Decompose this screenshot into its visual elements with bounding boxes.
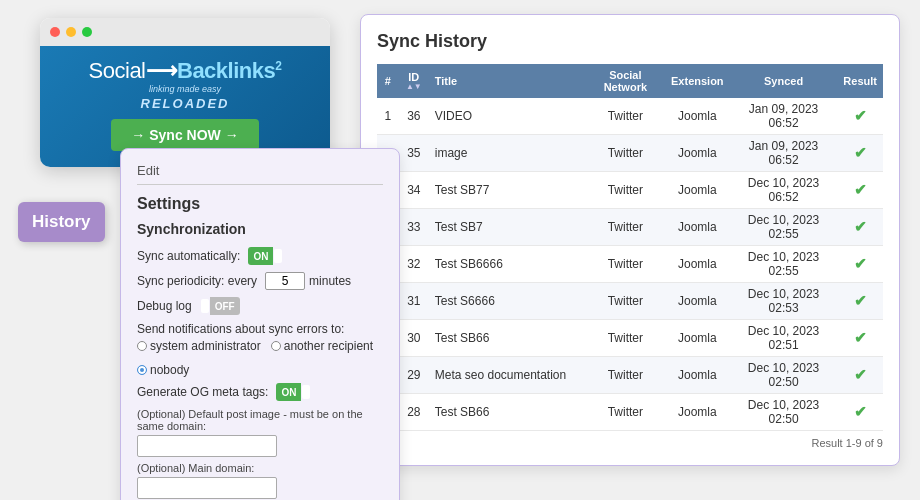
check-icon: ✔ bbox=[854, 107, 867, 124]
cell-extension: Joomla bbox=[665, 209, 730, 246]
check-icon: ✔ bbox=[854, 329, 867, 346]
cell-synced: Dec 10, 2023 02:55 bbox=[730, 209, 838, 246]
cell-id: 28 bbox=[399, 394, 429, 431]
main-domain-input[interactable] bbox=[137, 477, 277, 499]
cell-social: Twitter bbox=[586, 357, 665, 394]
og-tags-row: Generate OG meta tags: ON bbox=[137, 383, 383, 401]
plugin-subtitle: Reloaded bbox=[56, 96, 314, 111]
col-title[interactable]: Title bbox=[429, 64, 586, 98]
cell-id: 34 bbox=[399, 172, 429, 209]
default-image-input[interactable] bbox=[137, 435, 277, 457]
history-panel: Sync History # ID ▲▼ Title Social Networ… bbox=[360, 14, 900, 466]
history-table: # ID ▲▼ Title Social Network Extension S… bbox=[377, 64, 883, 431]
col-extension[interactable]: Extension bbox=[665, 64, 730, 98]
cell-num: 1 bbox=[377, 98, 399, 135]
notification-radio-group: system administrator another recipient n… bbox=[137, 339, 383, 377]
default-image-field: (Optional) Default post image - must be … bbox=[137, 408, 383, 457]
settings-panel: Edit Settings Synchronization Sync autom… bbox=[120, 148, 400, 500]
cell-title: Test SB66 bbox=[429, 394, 586, 431]
check-icon: ✔ bbox=[854, 292, 867, 309]
radio-nobody-circle bbox=[137, 365, 147, 375]
cell-result: ✔ bbox=[837, 172, 883, 209]
minimize-dot bbox=[66, 27, 76, 37]
col-synced[interactable]: Synced bbox=[730, 64, 838, 98]
sync-auto-row: Sync automatically: ON bbox=[137, 247, 383, 265]
toggle-thumb-debug bbox=[201, 299, 209, 313]
radio-another-circle bbox=[271, 341, 281, 351]
cell-synced: Dec 10, 2023 06:52 bbox=[730, 172, 838, 209]
cell-synced: Dec 10, 2023 02:53 bbox=[730, 283, 838, 320]
table-row: 2 35 image Twitter Joomla Jan 09, 2023 0… bbox=[377, 135, 883, 172]
sync-now-button[interactable]: → Sync NOW → bbox=[111, 119, 258, 151]
edit-label: Edit bbox=[137, 163, 383, 178]
check-icon: ✔ bbox=[854, 255, 867, 272]
cell-title: Test SB6666 bbox=[429, 246, 586, 283]
col-id[interactable]: ID ▲▼ bbox=[399, 64, 429, 98]
cell-social: Twitter bbox=[586, 283, 665, 320]
cell-synced: Dec 10, 2023 02:55 bbox=[730, 246, 838, 283]
cell-id: 35 bbox=[399, 135, 429, 172]
table-row: 3 34 Test SB77 Twitter Joomla Dec 10, 20… bbox=[377, 172, 883, 209]
main-domain-field: (Optional) Main domain: bbox=[137, 462, 383, 499]
cell-extension: Joomla bbox=[665, 320, 730, 357]
radio-sysadmin[interactable]: system administrator bbox=[137, 339, 261, 353]
plugin-tagline: linking made easy bbox=[56, 84, 314, 94]
settings-title: Settings bbox=[137, 195, 383, 213]
maximize-dot bbox=[82, 27, 92, 37]
debug-log-toggle[interactable]: OFF bbox=[200, 297, 240, 315]
radio-sysadmin-label: system administrator bbox=[150, 339, 261, 353]
sync-period-input[interactable] bbox=[265, 272, 305, 290]
cell-result: ✔ bbox=[837, 357, 883, 394]
table-row: 7 30 Test SB66 Twitter Joomla Dec 10, 20… bbox=[377, 320, 883, 357]
og-toggle-on: ON bbox=[276, 383, 301, 401]
check-icon: ✔ bbox=[854, 218, 867, 235]
cell-result: ✔ bbox=[837, 246, 883, 283]
brand-backlinks: Backlinks bbox=[177, 58, 275, 83]
cell-extension: Joomla bbox=[665, 357, 730, 394]
col-num: # bbox=[377, 64, 399, 98]
radio-nobody[interactable]: nobody bbox=[137, 363, 189, 377]
og-tags-label: Generate OG meta tags: bbox=[137, 385, 268, 399]
cell-id: 31 bbox=[399, 283, 429, 320]
toggle-on-label: ON bbox=[248, 247, 273, 265]
brand-social: Social bbox=[89, 58, 146, 83]
radio-nobody-label: nobody bbox=[150, 363, 189, 377]
radio-another[interactable]: another recipient bbox=[271, 339, 373, 353]
og-toggle-thumb bbox=[302, 385, 310, 399]
table-row: 6 31 Test S6666 Twitter Joomla Dec 10, 2… bbox=[377, 283, 883, 320]
debug-log-label: Debug log bbox=[137, 299, 192, 313]
cell-result: ✔ bbox=[837, 98, 883, 135]
close-dot bbox=[50, 27, 60, 37]
check-icon: ✔ bbox=[854, 144, 867, 161]
cell-social: Twitter bbox=[586, 209, 665, 246]
sync-period-unit: minutes bbox=[309, 274, 351, 288]
table-body: 1 36 VIDEO Twitter Joomla Jan 09, 2023 0… bbox=[377, 98, 883, 431]
cell-id: 36 bbox=[399, 98, 429, 135]
default-image-label: (Optional) Default post image - must be … bbox=[137, 408, 383, 432]
cell-extension: Joomla bbox=[665, 394, 730, 431]
table-row: 5 32 Test SB6666 Twitter Joomla Dec 10, … bbox=[377, 246, 883, 283]
settings-section-title: Synchronization bbox=[137, 221, 383, 237]
notifications-row: Send notifications about sync errors to:… bbox=[137, 322, 383, 377]
cell-extension: Joomla bbox=[665, 98, 730, 135]
history-title: Sync History bbox=[377, 31, 883, 52]
col-result[interactable]: Result bbox=[837, 64, 883, 98]
table-row: 9 28 Test SB66 Twitter Joomla Dec 10, 20… bbox=[377, 394, 883, 431]
table-row: 8 29 Meta seo documentation Twitter Joom… bbox=[377, 357, 883, 394]
notifications-label: Send notifications about sync errors to: bbox=[137, 322, 344, 336]
debug-log-row: Debug log OFF bbox=[137, 297, 383, 315]
radio-another-label: another recipient bbox=[284, 339, 373, 353]
cell-id: 29 bbox=[399, 357, 429, 394]
history-badge[interactable]: History bbox=[18, 202, 105, 242]
result-count: Result 1-9 of 9 bbox=[377, 431, 883, 449]
sync-auto-label: Sync automatically: bbox=[137, 249, 240, 263]
cell-result: ✔ bbox=[837, 320, 883, 357]
history-badge-label: History bbox=[32, 212, 91, 231]
col-social-network[interactable]: Social Network bbox=[586, 64, 665, 98]
check-icon: ✔ bbox=[854, 403, 867, 420]
cell-social: Twitter bbox=[586, 135, 665, 172]
sync-auto-toggle[interactable]: ON bbox=[248, 247, 283, 265]
cell-title: Test SB77 bbox=[429, 172, 586, 209]
og-tags-toggle[interactable]: ON bbox=[276, 383, 311, 401]
sync-button-label: → Sync NOW → bbox=[131, 127, 238, 143]
